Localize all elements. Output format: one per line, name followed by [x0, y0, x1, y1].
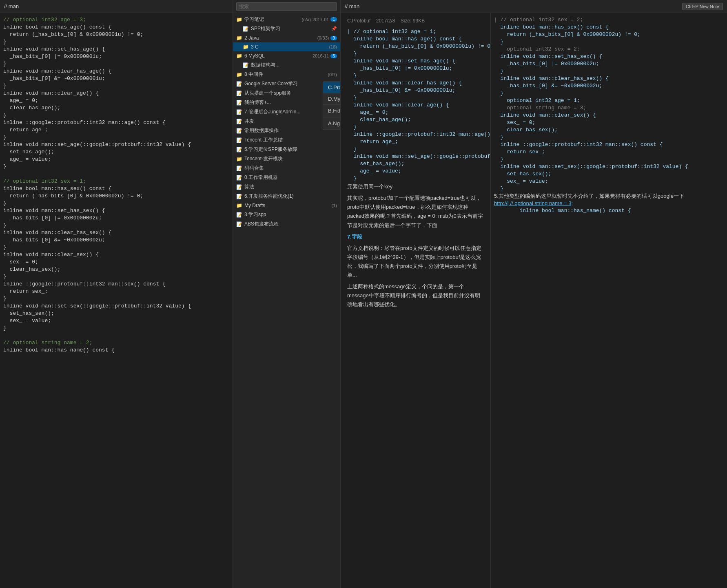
folder-icon: 📁	[236, 17, 242, 22]
code-line: }	[0, 325, 233, 332]
code-line: inline bool man::has_age() const {	[0, 24, 233, 31]
code-line: }	[0, 60, 233, 68]
code-line: _has_bits_[0] &= ~0x00000001u;	[0, 75, 233, 82]
tree-item-label: 码码合集	[244, 165, 337, 172]
note-icon: 📝	[236, 194, 242, 199]
right-code-line: sex_ = value;	[491, 178, 727, 185]
tree-item[interactable]: 📁3 C(18)	[233, 42, 340, 51]
dropdown-item[interactable]: C.Protobuf	[323, 82, 341, 93]
tree-item[interactable]: 📝ABS包发布流程	[233, 219, 340, 229]
tree-item[interactable]: 📁8 中间件(0/7)	[233, 70, 340, 79]
note-icon: 📝	[236, 137, 242, 143]
right-content: C.Protobuf 2017/2/8 Size: 93KB | // opti…	[341, 13, 727, 588]
tree-item[interactable]: 📝3.学习spp	[233, 210, 340, 219]
tree-item[interactable]: 📁Tencent-发开模块	[233, 154, 340, 164]
code-line: return (_has_bits_[0] & 0x00000001u) != …	[0, 31, 233, 38]
code-line: }	[0, 273, 233, 281]
right-code-line: }	[491, 90, 727, 97]
folder-icon: 📁	[243, 44, 249, 50]
tree-item[interactable]: 📁My Drafts(1)	[233, 201, 340, 210]
code-line	[0, 332, 233, 339]
note-icon: 📝	[236, 128, 242, 134]
article-code-line: }	[347, 175, 484, 182]
article-code-line: inline ::google::protobuf::int32 man::ag…	[347, 131, 484, 138]
folder-icon: 📁	[236, 72, 242, 77]
code-line: }	[0, 163, 233, 170]
right-code-panel: | // optional int32 sex = 2; inline bool…	[490, 13, 727, 588]
search-input[interactable]	[239, 4, 334, 9]
dropdown-item[interactable]: B.Fiddler抓包设置	[323, 105, 341, 117]
tree-item-label: 3.学习spp	[244, 211, 337, 218]
code-line: _has_bits_[0] |= 0x00000001u;	[0, 53, 233, 60]
code-line: inline void man::clear_sex() {	[0, 251, 233, 259]
code-line: }	[0, 38, 233, 46]
tree-item-label: Tencent-发开模块	[244, 155, 337, 162]
tree-item[interactable]: 📝Tencent-工作总结	[233, 135, 340, 145]
code-line: _has_bits_[0] |= 0x00000002u;	[0, 214, 233, 222]
search-bar[interactable]	[236, 2, 337, 11]
tree-item[interactable]: 📝数据结构与...	[233, 60, 340, 70]
code-line: inline bool man::has_name() const {	[0, 347, 233, 354]
code-line: set_has_age();	[0, 148, 233, 156]
tree-item[interactable]: 📝SPP框架学习📌	[233, 24, 340, 33]
right-code-line: | // optional int32 sex = 2;	[491, 16, 727, 24]
right-code-line: _has_bits_[0] |= 0x00000002u;	[491, 60, 727, 68]
code-line: sex_ = value;	[0, 317, 233, 325]
code-line: }	[0, 222, 233, 229]
tree-item[interactable]: 📝码码合集	[233, 164, 340, 173]
article-code-line: }	[347, 124, 484, 131]
article-meta-path: C.Protobuf	[347, 18, 370, 24]
article-meta-size: Size: 93KB	[401, 18, 425, 24]
right-code-line: }	[491, 38, 727, 46]
folder-icon: 📁	[236, 203, 242, 208]
article-code-line: inline void man::set_age(::google::proto…	[347, 153, 484, 160]
tree-item[interactable]: 📝0.工作常用机器	[233, 173, 340, 182]
code-line: return sex_;	[0, 288, 233, 295]
tree-item[interactable]: 📁学习笔记(n/a)2017-011	[233, 15, 340, 24]
note-icon: 📝	[236, 147, 242, 153]
tree-item[interactable]: 📁6 MySQL2016-115	[233, 51, 340, 60]
tree-item[interactable]: 📝5.学习定位SPP服务故障	[233, 145, 340, 154]
article-code-line: return age_;	[347, 138, 484, 146]
right-code-line: clear_has_sex();	[491, 126, 727, 134]
right-code-line: return (_has_bits_[0] & 0x00000002u) != …	[491, 31, 727, 38]
tree-item-label: 5.学习定位SPP服务故障	[244, 146, 337, 153]
tree-item[interactable]: 📁2 Java(0/33)9	[233, 33, 340, 42]
note-icon: 📝	[236, 81, 242, 87]
folder-icon: 📁	[236, 35, 242, 41]
tree-item-count: (0/33)	[317, 35, 329, 40]
new-note-button[interactable]: Ctrl+P New Note	[682, 3, 723, 10]
tree-item-date: 2017-01	[313, 17, 329, 22]
tree-item-badge: 1	[330, 17, 337, 22]
code-line: }	[0, 244, 233, 251]
right-header: // man Ctrl+P New Note	[341, 0, 727, 13]
right-code-line: inline ::google::protobuf::int32 man::se…	[491, 141, 727, 148]
tree-item[interactable]: 📝6.开发服务性能优化(1)	[233, 192, 340, 201]
tree-item-label: 2 Java	[244, 35, 316, 41]
code-line: inline ::google::protobuf::int32 man::se…	[0, 281, 233, 288]
right-code-line: }	[491, 134, 727, 141]
dropdown-item[interactable]: A.Nginx配置	[323, 117, 341, 130]
tree-item-label: Tencent-工作总结	[244, 137, 337, 144]
code-line: sex_ = 0;	[0, 259, 233, 266]
tree-item-label: 算法	[244, 183, 337, 190]
note-icon: 📝	[236, 119, 242, 124]
code-line: clear_has_age();	[0, 104, 233, 112]
dropdown-item[interactable]: D.MySQL	[323, 93, 341, 105]
note-icon: 📝	[236, 184, 242, 190]
note-icon: 📝	[236, 166, 242, 171]
right-code-line: sex_ = 0;	[491, 119, 727, 126]
right-code-line: inline void man::clear_has_sex() {	[491, 75, 727, 82]
tree-item[interactable]: 📝算法	[233, 182, 340, 192]
code-line: }	[0, 295, 233, 303]
code-line: inline void man::clear_has_age() {	[0, 68, 233, 75]
pin-icon: 📌	[331, 26, 337, 31]
code-line: set_has_sex();	[0, 310, 233, 317]
tree-item-badge: 5	[330, 54, 337, 58]
code-line: _has_bits_[0] &= ~0x00000002u;	[0, 237, 233, 244]
code-line: }	[0, 134, 233, 141]
right-code-line: set_has_sex();	[491, 170, 727, 178]
code-line: inline void man::set_has_sex() {	[0, 207, 233, 214]
article-code-line: age_ = 0;	[347, 109, 484, 116]
code-line: age_ = value;	[0, 156, 233, 163]
